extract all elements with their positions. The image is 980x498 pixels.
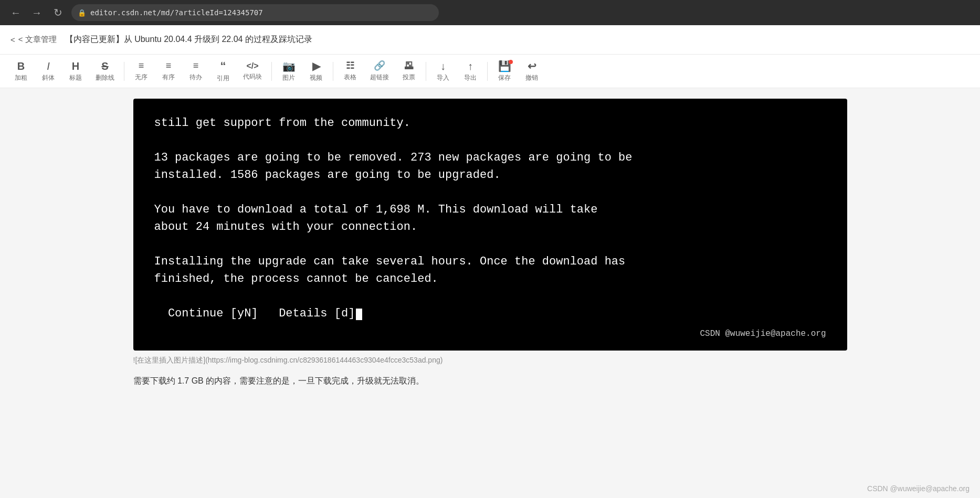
- image-button[interactable]: 📷 图片: [276, 58, 301, 84]
- import-label: 导入: [437, 73, 449, 82]
- save-label: 保存: [498, 73, 511, 82]
- export-button[interactable]: ↑ 导出: [458, 58, 483, 84]
- app-header: < < 文章管理 【内容已更新】从 Ubuntu 20.04.4 升级到 22.…: [0, 25, 980, 55]
- heading-button[interactable]: H 标题: [63, 58, 88, 84]
- video-icon: ▶: [312, 60, 320, 72]
- table-icon: ☷: [346, 60, 354, 72]
- terminal-image: still get support from the community. 13…: [133, 99, 847, 351]
- vote-button[interactable]: 🗳 投票: [396, 58, 421, 84]
- article-title: 【内容已更新】从 Ubuntu 20.04.4 升级到 22.04 的过程及踩坑…: [65, 34, 312, 45]
- strikethrough-icon: S: [101, 60, 108, 72]
- image-link-line: ![在这里插入图片描述](https://img-blog.csdnimg.cn…: [133, 351, 847, 365]
- back-label: < 文章管理: [18, 35, 57, 45]
- forward-button[interactable]: →: [29, 5, 44, 20]
- bold-button[interactable]: B 加粗: [8, 58, 34, 84]
- todo-list-label: 待办: [189, 73, 202, 82]
- bottom-watermark: CSDN @wuweijie@apache.org: [867, 484, 970, 493]
- table-button[interactable]: ☷ 表格: [338, 58, 363, 84]
- description-text: 需要下载约 1.7 GB 的内容，需要注意的是，一旦下载完成，升级就无法取消。: [133, 365, 847, 387]
- vote-icon: 🗳: [404, 60, 414, 72]
- export-label: 导出: [464, 73, 477, 82]
- divider-2: [271, 62, 272, 81]
- italic-button[interactable]: I 斜体: [36, 58, 61, 84]
- heading-label: 标题: [69, 73, 82, 82]
- main-content: still get support from the community. 13…: [0, 88, 980, 397]
- undo-icon: ↩: [528, 60, 536, 72]
- divider-3: [333, 62, 333, 81]
- hyperlink-button[interactable]: 🔗 超链接: [365, 58, 394, 84]
- address-bar[interactable]: 🔒 editor.csdn.net/md/?articleId=12434570…: [71, 4, 439, 21]
- unsaved-indicator: [509, 60, 513, 64]
- editor-toolbar: B 加粗 I 斜体 H 标题 S 删除线 ≡ 无序 ≡ 有序 ≡ 待办 “ 引用…: [0, 55, 980, 88]
- strikethrough-label: 删除线: [96, 73, 114, 82]
- terminal-watermark: CSDN @wuweijie@apache.org: [154, 322, 826, 340]
- italic-icon: I: [47, 60, 50, 72]
- terminal-text: still get support from the community. 13…: [154, 114, 826, 322]
- image-icon: 📷: [282, 60, 296, 72]
- ordered-list-icon: ≡: [166, 60, 172, 72]
- ordered-list-button[interactable]: ≡ 有序: [156, 58, 181, 84]
- code-block-button[interactable]: </> 代码块: [238, 59, 267, 83]
- divider-4: [426, 62, 426, 81]
- hyperlink-icon: 🔗: [374, 60, 385, 72]
- italic-label: 斜体: [42, 73, 55, 82]
- table-label: 表格: [344, 73, 356, 82]
- video-label: 视频: [310, 73, 322, 82]
- todo-list-icon: ≡: [193, 60, 199, 72]
- bold-label: 加粗: [15, 73, 27, 82]
- code-block-label: 代码块: [243, 72, 262, 81]
- import-icon: ↓: [440, 60, 446, 72]
- save-button[interactable]: 💾 保存: [492, 58, 517, 84]
- divider-5: [487, 62, 488, 81]
- back-button[interactable]: ←: [8, 5, 23, 20]
- hyperlink-label: 超链接: [370, 73, 389, 82]
- refresh-button[interactable]: ↻: [50, 5, 65, 20]
- unordered-list-icon: ≡: [139, 60, 144, 72]
- image-link-text: ![在这里插入图片描述](https://img-blog.csdnimg.cn…: [133, 356, 443, 364]
- strikethrough-button[interactable]: S 删除线: [90, 58, 120, 84]
- heading-icon: H: [72, 60, 79, 72]
- divider-1: [124, 62, 124, 81]
- quote-icon: “: [220, 59, 226, 73]
- export-icon: ↑: [468, 60, 473, 72]
- todo-list-button[interactable]: ≡ 待办: [183, 58, 208, 84]
- vote-label: 投票: [403, 73, 415, 82]
- quote-button[interactable]: “ 引用: [210, 57, 236, 85]
- unordered-list-button[interactable]: ≡ 无序: [129, 58, 154, 84]
- url-text: editor.csdn.net/md/?articleId=124345707: [90, 8, 263, 17]
- code-block-icon: </>: [246, 61, 258, 71]
- import-button[interactable]: ↓ 导入: [430, 58, 456, 84]
- quote-label: 引用: [217, 74, 229, 83]
- lock-icon: 🔒: [78, 9, 86, 17]
- terminal-cursor: [356, 309, 362, 320]
- video-button[interactable]: ▶ 视频: [303, 58, 329, 84]
- image-label: 图片: [282, 73, 295, 82]
- undo-label: 撤销: [525, 73, 538, 82]
- browser-chrome: ← → ↻ 🔒 editor.csdn.net/md/?articleId=12…: [0, 0, 980, 25]
- unordered-list-label: 无序: [135, 73, 147, 82]
- ordered-list-label: 有序: [162, 73, 175, 82]
- undo-button[interactable]: ↩ 撤销: [519, 58, 544, 84]
- back-arrow-icon: <: [10, 35, 15, 44]
- back-to-articles-button[interactable]: < < 文章管理: [10, 35, 57, 45]
- bold-icon: B: [17, 60, 25, 72]
